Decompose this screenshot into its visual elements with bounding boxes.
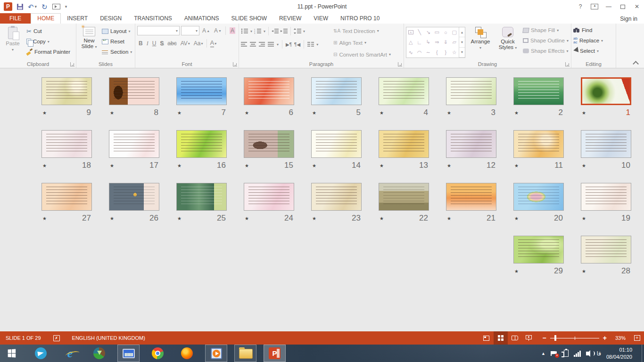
bold-button[interactable]: B: [137, 39, 144, 48]
shapes-scroll-up-icon[interactable]: ▲: [459, 27, 465, 37]
slide-thumbnail-26[interactable]: [109, 183, 159, 211]
shape-glyph-icon-4[interactable]: ▢: [452, 29, 457, 35]
slide-thumbnail-19[interactable]: [581, 183, 631, 211]
layout-button[interactable]: Layout▾: [102, 27, 132, 35]
slide-thumbnail-22[interactable]: [379, 183, 429, 211]
spell-check-icon[interactable]: ✗: [53, 335, 60, 341]
zoom-out-button[interactable]: −: [543, 334, 546, 342]
slide-thumbnail-27[interactable]: [41, 183, 92, 211]
shape-outline-button[interactable]: Shape Outline▾: [523, 36, 569, 45]
clear-formatting-button[interactable]: A: [228, 26, 237, 35]
justify-icon[interactable]: [268, 41, 274, 47]
tab-design[interactable]: DESIGN: [94, 13, 128, 24]
shape-glyph-icon-11[interactable]: ∿: [409, 49, 413, 56]
replace-button[interactable]: abacReplace▾: [573, 36, 614, 45]
line-spacing-icon[interactable]: [294, 28, 301, 34]
cut-button[interactable]: ✂Cut: [26, 27, 70, 35]
shapes-scroll-down-icon[interactable]: ▼: [459, 37, 465, 47]
slide-thumbnail-5[interactable]: [311, 77, 362, 105]
slide-thumbnail-29[interactable]: [513, 236, 564, 263]
slide-thumbnail-24[interactable]: [244, 183, 294, 211]
shape-glyph-icon-10[interactable]: ▱: [453, 39, 456, 45]
slide-thumbnail-4[interactable]: [379, 77, 429, 105]
shape-glyph-icon-1[interactable]: ↘: [426, 29, 430, 35]
shape-glyph-icon-2[interactable]: ▭: [435, 29, 439, 35]
taskbar-idm[interactable]: [88, 345, 110, 362]
align-text-button[interactable]: ⊞Align Text▾: [333, 38, 391, 48]
slide-thumbnail-7[interactable]: [176, 77, 227, 105]
new-slide-button[interactable]: New Slide ▾: [78, 25, 100, 60]
reading-view-button[interactable]: [508, 331, 522, 345]
slide-thumbnail-15[interactable]: [244, 130, 294, 158]
tab-review[interactable]: REVIEW: [273, 13, 307, 24]
paste-button[interactable]: Paste ▾: [2, 25, 24, 60]
zoom-slider-thumb[interactable]: [554, 335, 556, 341]
zoom-level[interactable]: 33%: [615, 335, 626, 341]
show-desktop-button[interactable]: [642, 345, 644, 362]
language-indicator[interactable]: ENGLISH (UNITED KINGDOM): [72, 335, 145, 341]
character-spacing-button[interactable]: AV▾: [179, 39, 191, 48]
network-signal-icon[interactable]: [574, 350, 581, 357]
italic-button[interactable]: I: [145, 39, 150, 48]
ribbon-display-options-button[interactable]: [587, 1, 602, 12]
slide-show-view-button[interactable]: [522, 331, 536, 345]
input-language-indicator[interactable]: فا: [597, 350, 601, 357]
copy-button[interactable]: Copy▾: [26, 37, 70, 46]
taskbar-file-explorer[interactable]: [234, 345, 256, 362]
shape-glyph-icon-14[interactable]: {: [436, 49, 438, 55]
taskbar-on-screen-keyboard[interactable]: [117, 345, 140, 362]
slide-thumbnail-10[interactable]: [581, 130, 631, 158]
paragraph-dialog-launcher[interactable]: [398, 62, 402, 66]
section-button[interactable]: Section▾: [102, 48, 132, 56]
tab-file[interactable]: FILE: [0, 13, 31, 24]
format-painter-button[interactable]: Format Painter: [26, 48, 70, 56]
font-size-combo[interactable]: ▾: [181, 26, 199, 35]
ltr-direction-button[interactable]: ▶¶: [286, 42, 292, 47]
shape-glyph-icon-16[interactable]: ☆: [452, 49, 457, 56]
slide-thumbnail-17[interactable]: [109, 130, 159, 158]
slide-thumbnail-12[interactable]: [446, 130, 496, 158]
start-button[interactable]: [0, 345, 23, 362]
rtl-direction-button[interactable]: ¶◀: [294, 42, 300, 47]
shape-textbox-icon[interactable]: A: [408, 30, 413, 34]
shape-glyph-icon-8[interactable]: ⇒: [435, 39, 439, 45]
taskbar-telegram[interactable]: [30, 345, 52, 362]
tab-view[interactable]: VIEW: [307, 13, 334, 24]
tab-slide-show[interactable]: SLIDE SHOW: [225, 13, 273, 24]
shape-glyph-icon-6[interactable]: ∟: [417, 40, 422, 45]
shape-glyph-icon-7[interactable]: ↳: [426, 39, 430, 45]
select-button[interactable]: Select▾: [573, 47, 614, 55]
shapes-more-icon[interactable]: ▼: [459, 48, 465, 58]
shape-glyph-icon-3[interactable]: ○: [444, 30, 447, 35]
tab-home[interactable]: HOME: [31, 13, 61, 24]
slide-thumbnail-13[interactable]: [379, 130, 429, 158]
shapes-gallery-scrollbar[interactable]: ▲▼▼: [459, 27, 465, 58]
shape-glyph-icon-5[interactable]: △: [409, 39, 413, 45]
slide-thumbnail-28[interactable]: [581, 236, 631, 263]
slide-thumbnail-21[interactable]: [446, 183, 496, 211]
tab-nitro-pro[interactable]: NITRO PRO 10: [334, 13, 386, 24]
numbering-icon[interactable]: 123: [254, 28, 262, 34]
arrange-button[interactable]: Arrange ▾: [468, 25, 493, 60]
shape-glyph-icon-9[interactable]: ⇓: [444, 39, 448, 45]
shrink-font-button[interactable]: A▼: [213, 26, 223, 35]
slide-thumbnail-1[interactable]: [581, 77, 631, 105]
taskbar-firefox[interactable]: [176, 345, 198, 362]
copy-dropdown-icon[interactable]: ▾: [48, 40, 50, 44]
slide-thumbnail-16[interactable]: [176, 130, 227, 158]
battery-icon[interactable]: [564, 350, 569, 357]
minimize-button[interactable]: —: [602, 1, 616, 12]
columns-icon[interactable]: [307, 41, 314, 47]
taskbar-chrome[interactable]: [147, 345, 169, 362]
zoom-slider[interactable]: [550, 335, 599, 341]
bullets-icon[interactable]: [241, 28, 248, 34]
tab-transitions[interactable]: TRANSITIONS: [128, 13, 178, 24]
taskbar-media-player[interactable]: [205, 345, 227, 362]
slide-thumbnail-2[interactable]: [513, 77, 564, 105]
font-color-button[interactable]: A▾: [209, 39, 218, 48]
tab-animations[interactable]: ANIMATIONS: [178, 13, 225, 24]
clipboard-dialog-launcher[interactable]: [70, 62, 74, 66]
drawing-dialog-launcher[interactable]: [565, 62, 570, 66]
fit-to-window-button[interactable]: ✛: [634, 335, 640, 341]
slide-thumbnail-9[interactable]: [41, 77, 92, 105]
